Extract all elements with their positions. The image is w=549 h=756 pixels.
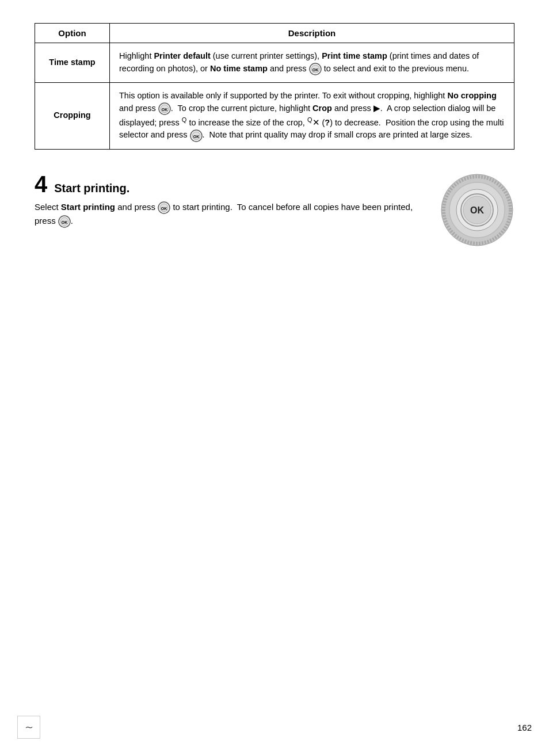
table-row-timestamp: Time stamp Highlight Printer default (us… [35, 43, 514, 83]
svg-text:OK: OK [312, 67, 318, 71]
svg-text:OK: OK [62, 220, 68, 224]
step4-description: Select Start printing and press OK to st… [35, 200, 422, 228]
svg-text:OK: OK [470, 205, 484, 215]
ok-button-graphic: OK [440, 173, 514, 247]
step4-text: 4 Start printing. Select Start printing … [35, 173, 422, 228]
svg-text:OK: OK [161, 107, 167, 111]
svg-text:OK: OK [161, 206, 167, 210]
footer-icon-symbol: ∼ [25, 721, 33, 734]
footer-icon: ∼ [17, 716, 40, 739]
description-timestamp: Highlight Printer default (use current p… [110, 43, 514, 83]
page-footer: ∼ 162 [0, 716, 549, 739]
page-content: Option Description Time stamp Highlight … [0, 0, 549, 282]
svg-text:OK: OK [193, 134, 199, 138]
ok-button-svg: OK [440, 173, 514, 247]
step4-section: 4 Start printing. Select Start printing … [35, 173, 514, 247]
step4-title: Start printing. [54, 182, 129, 195]
ok-icon-step4-2: OK [58, 215, 71, 228]
table-row-cropping: Cropping This option is available only i… [35, 82, 514, 149]
ok-icon-cropping2: OK [190, 129, 203, 142]
page-number: 162 [517, 723, 532, 732]
table-header-description: Description [110, 24, 514, 43]
option-label-cropping: Cropping [35, 82, 110, 149]
ok-icon-timestamp: OK [309, 63, 322, 75]
ok-icon-cropping1: OK [158, 102, 171, 115]
step4-header: 4 Start printing. [35, 173, 422, 196]
step4-number: 4 [35, 173, 47, 196]
ok-icon-step4-1: OK [158, 201, 170, 214]
options-table: Option Description Time stamp Highlight … [35, 23, 514, 150]
description-cropping: This option is available only if support… [110, 82, 514, 149]
table-header-option: Option [35, 24, 110, 43]
option-label-timestamp: Time stamp [35, 43, 110, 83]
